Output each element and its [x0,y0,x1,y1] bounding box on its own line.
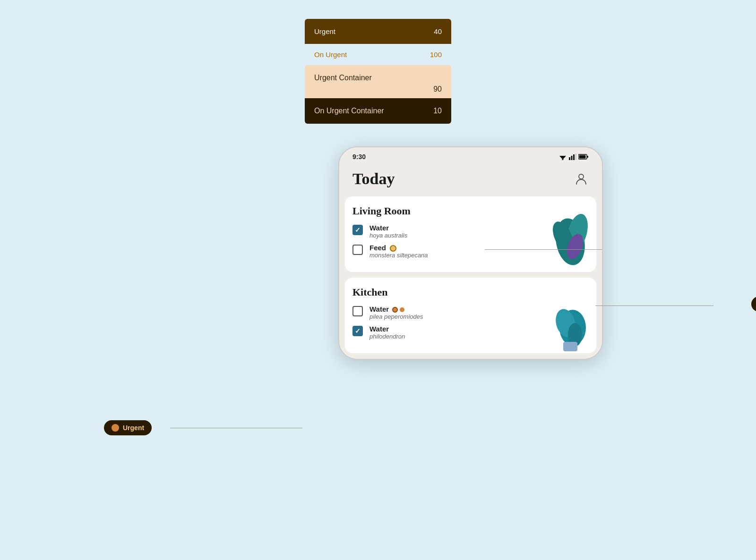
checkbox-feed-monstera[interactable] [352,245,363,255]
palette-urgent-container-label: Urgent Container [314,74,372,82]
palette-urgent-label: Urgent [314,27,335,35]
task-water-philodendron-text: Water philodendron [369,325,405,340]
status-icons [558,153,589,160]
task-action-water-pilea: Water [369,305,423,313]
svg-rect-6 [576,153,577,160]
urgent-badge-right-2: Urgent [751,297,756,312]
signal-icon [569,153,576,160]
palette-on-urgent-container-card: On Urgent Container 10 [305,98,451,124]
palette-on-urgent-card: On Urgent 100 [305,44,451,65]
svg-point-10 [579,174,584,179]
feed-icon [390,245,396,252]
svg-point-2 [562,159,564,161]
task-water-pilea-text: Water pilea peperomiodes [369,305,423,320]
task-feed-monstera-text: Feed monstera siltepecana [369,244,428,259]
connector-right-line [485,249,602,250]
phone-content: Living Room ✓ Water hoya australis [339,196,602,359]
svg-rect-5 [573,154,575,160]
svg-rect-3 [569,157,570,160]
task-plant-philodendron: philodendron [369,333,405,340]
checkbox-water-hoya[interactable]: ✓ [352,225,363,235]
palette-on-urgent-container-label: On Urgent Container [314,107,384,115]
app-title: Today [352,170,395,188]
phone-body: 9:30 [338,146,603,360]
checkmark-icon-2: ✓ [355,327,361,335]
task-plant-monstera: monstera siltepecana [369,252,428,259]
task-water-hoya-text: Water hoya australis [369,224,407,239]
phone-header: Today [339,163,602,196]
badge-dot-left [112,424,119,432]
palette-urgent-card: Urgent 40 [305,19,451,44]
connector-right-line-2 [595,305,713,306]
palette-urgent-container-value: 90 [433,85,442,93]
task-action-water-hoya: Water [369,224,407,232]
palette-on-urgent-container-value: 10 [433,107,442,115]
palette-section: Urgent 40 On Urgent 100 Urgent Container… [305,19,451,124]
water-icon-pilea2 [400,307,404,312]
plant-art-kitchen [549,295,592,353]
battery-icon [578,154,589,160]
status-bar: 9:30 [339,147,602,163]
user-icon[interactable] [574,171,589,187]
task-plant-pilea: pilea peperomiodes [369,313,423,320]
palette-on-urgent-label: On Urgent [314,51,347,59]
urgent-badge-left: Urgent [104,420,152,435]
palette-urgent-value: 40 [434,27,442,35]
checkmark-icon: ✓ [355,226,361,234]
status-time: 9:30 [352,153,366,161]
plant-art-living [544,204,592,272]
water-icon-pilea [392,307,398,313]
svg-rect-4 [571,156,573,160]
task-plant-hoya: hoya australis [369,232,407,239]
palette-on-urgent-value: 100 [430,51,442,59]
badge-left-label: Urgent [123,424,144,432]
task-action-feed-monstera: Feed [369,244,428,252]
connector-left-line [170,428,302,428]
svg-rect-8 [579,155,586,159]
checkbox-water-pilea[interactable] [352,306,363,316]
phone-mockup: 9:30 [338,146,603,360]
room-living-room: Living Room ✓ Water hoya australis [345,196,596,272]
svg-rect-18 [563,342,577,351]
task-action-water-philodendron: Water [369,325,405,333]
palette-urgent-container-card: Urgent Container 90 [305,65,451,98]
wifi-icon [558,153,567,160]
svg-rect-9 [587,156,589,158]
checkbox-water-philodendron[interactable]: ✓ [352,326,363,336]
room-kitchen: Kitchen Water pilea peperomiodes [345,278,596,353]
